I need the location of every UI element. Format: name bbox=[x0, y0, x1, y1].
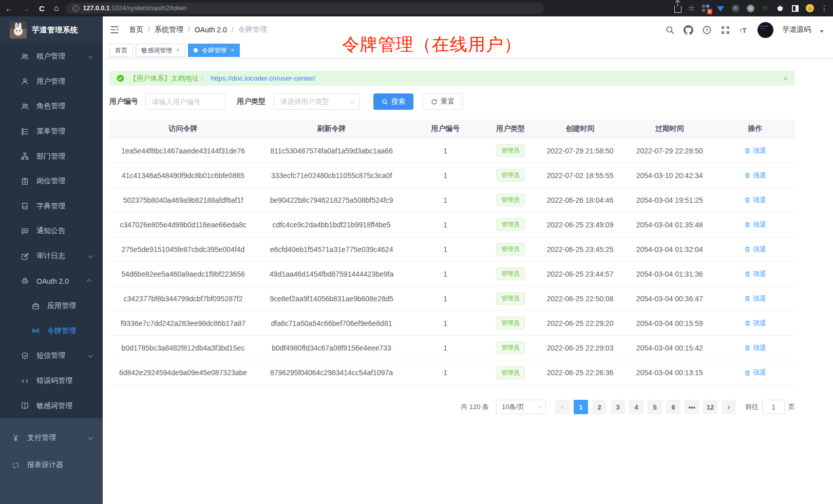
expire-time-cell: 2054-03-04 01:32:04 bbox=[623, 245, 715, 254]
alert-doc-link[interactable]: https://doc.iocoder.cn/user-center/ bbox=[211, 74, 315, 82]
tab-close-icon[interactable]: × bbox=[231, 47, 234, 54]
filter-bar: 用户编号 用户类型 请选择用户类型 搜索 重置 bbox=[109, 93, 795, 110]
sidebar-item-字典管理[interactable]: 字典管理 bbox=[0, 194, 103, 219]
tab-令牌管理[interactable]: 令牌管理× bbox=[188, 44, 240, 57]
next-page-button[interactable]: › bbox=[722, 400, 736, 414]
page-button-4[interactable]: 4 bbox=[629, 400, 643, 414]
sidebar-item-审计日志[interactable]: 审计日志 bbox=[0, 244, 103, 269]
back-icon[interactable]: ← bbox=[5, 4, 13, 13]
goto-page-input[interactable] bbox=[762, 400, 785, 414]
profile-avatar-icon[interactable]: ☺ bbox=[806, 4, 814, 12]
address-bar[interactable]: i 127.0.0.1:1024/system/oauth2/token bbox=[66, 3, 544, 14]
sidebar-item-支付管理[interactable]: 支付管理 bbox=[0, 424, 103, 452]
sidebar-item-敏感词管理[interactable]: 敏感词管理 bbox=[0, 393, 103, 418]
sidebar-item-令牌管理[interactable]: 令牌管理 bbox=[0, 319, 103, 344]
force-logout-button[interactable]: 强退 bbox=[744, 171, 766, 180]
breadcrumb-item[interactable]: 系统管理 bbox=[155, 25, 183, 34]
sidebar-item-应用管理[interactable]: 应用管理 bbox=[0, 294, 103, 319]
action-cell: 强退 bbox=[715, 294, 795, 303]
url-text[interactable]: 127.0.0.1:1024/system/oauth2/token bbox=[83, 5, 187, 12]
github-icon[interactable] bbox=[684, 25, 693, 35]
trash-icon bbox=[744, 147, 751, 154]
sidebar-item-错误码管理[interactable]: 错误码管理 bbox=[0, 369, 103, 394]
page-button-6[interactable]: 6 bbox=[666, 400, 680, 414]
forward-icon[interactable]: → bbox=[22, 4, 30, 13]
sidebar-item-label: 支付管理 bbox=[27, 433, 56, 442]
breadcrumb-item[interactable]: OAuth 2.0 bbox=[195, 26, 227, 34]
force-logout-button[interactable]: 强退 bbox=[744, 146, 766, 156]
created-time-cell: 2022-06-25 22:50:08 bbox=[537, 295, 624, 303]
app-logo-rabbit bbox=[10, 22, 27, 38]
sidebar-item-OAuth 2.0[interactable]: OAuth 2.0 bbox=[0, 268, 103, 294]
sidebar-item-菜单管理[interactable]: 菜单管理 bbox=[0, 119, 103, 144]
extension-puzzle-icon[interactable]: ⬟ bbox=[776, 4, 784, 12]
chevron-down-icon bbox=[88, 435, 93, 440]
force-logout-label: 强退 bbox=[753, 343, 766, 353]
user-type-select[interactable]: 请选择用户类型 bbox=[274, 93, 360, 110]
access-token-cell: f9336e7c7dd242a283ee98dc86b17a87 bbox=[109, 319, 257, 327]
user-avatar[interactable] bbox=[758, 22, 773, 38]
user-name[interactable]: 芋道源码 bbox=[782, 25, 811, 34]
prev-page-button[interactable]: ‹ bbox=[555, 400, 570, 414]
page-button-3[interactable]: 3 bbox=[611, 400, 625, 414]
sidebar-item-短信管理[interactable]: 短信管理 bbox=[0, 343, 103, 369]
sidebar-item-租户管理[interactable]: 租户管理 bbox=[0, 44, 103, 69]
alert-close-icon[interactable]: × bbox=[783, 74, 788, 83]
reset-button[interactable]: 重置 bbox=[423, 93, 463, 110]
breadcrumb-separator: / bbox=[232, 26, 234, 34]
sidebar-item-报表设计器[interactable]: 报表设计器 bbox=[0, 452, 103, 479]
page-size-select[interactable]: 10条/页 bbox=[496, 400, 546, 414]
extension-grid-icon[interactable]: 9 bbox=[702, 4, 710, 12]
reload-icon[interactable]: C bbox=[39, 4, 45, 13]
force-logout-button[interactable]: 强退 bbox=[744, 319, 766, 328]
page-button-5[interactable]: 5 bbox=[648, 400, 662, 414]
table-header-row: 访问令牌刷新令牌用户编号用户类型创建时间过期时间操作 bbox=[109, 120, 795, 139]
user-id-input[interactable] bbox=[145, 93, 225, 110]
tab-label: 令牌管理 bbox=[202, 46, 226, 55]
help-icon[interactable]: ? bbox=[702, 25, 712, 35]
force-logout-button[interactable]: 强退 bbox=[744, 196, 766, 205]
force-logout-button[interactable]: 强退 bbox=[744, 245, 766, 254]
force-logout-button[interactable]: 强退 bbox=[744, 269, 766, 279]
sidebar-item-部门管理[interactable]: 部门管理 bbox=[0, 144, 103, 169]
chevron-down-icon bbox=[88, 253, 93, 258]
extension-dark-circle-icon[interactable]: ⌘ bbox=[731, 4, 740, 12]
more-pages-button[interactable]: ••• bbox=[685, 400, 699, 414]
table-row: c347026e805e4d99b0d116eae66eda8ccdfc4ce9… bbox=[109, 212, 795, 237]
force-logout-button[interactable]: 强退 bbox=[744, 220, 766, 229]
share-icon[interactable] bbox=[674, 6, 681, 13]
sidebar-item-通知公告[interactable]: 通知公告 bbox=[0, 219, 103, 244]
tab-close-icon[interactable]: × bbox=[176, 47, 180, 54]
extension-record-icon[interactable] bbox=[746, 4, 754, 12]
home-icon[interactable]: ⌂ bbox=[54, 4, 59, 13]
sidebar-item-用户管理[interactable]: 用户管理 bbox=[0, 69, 103, 94]
page-button-1[interactable]: 1 bbox=[574, 400, 588, 414]
font-size-icon[interactable]: TT bbox=[739, 25, 749, 35]
page-button-2[interactable]: 2 bbox=[592, 400, 607, 414]
sidebar-item-岗位管理[interactable]: 岗位管理 bbox=[0, 169, 103, 194]
browser-chrome: ← → C ⌂ i 127.0.0.1:1024/system/oauth2/t… bbox=[0, 0, 833, 16]
fullscreen-icon[interactable] bbox=[721, 25, 730, 35]
search-button[interactable]: 搜索 bbox=[373, 93, 413, 110]
force-logout-button[interactable]: 强退 bbox=[744, 294, 766, 303]
tab-首页[interactable]: 首页 bbox=[109, 44, 133, 57]
site-info-icon[interactable]: i bbox=[72, 5, 79, 12]
bookmark-star-icon[interactable]: ☆ bbox=[688, 4, 695, 13]
force-logout-button[interactable]: 强退 bbox=[744, 368, 766, 377]
force-logout-button[interactable]: 强退 bbox=[744, 343, 766, 353]
page-button-12[interactable]: 12 bbox=[703, 400, 717, 414]
extension-gem-icon[interactable] bbox=[716, 4, 725, 12]
user-menu-caret-icon[interactable] bbox=[820, 30, 824, 33]
browser-menu-icon[interactable]: ⋮ bbox=[821, 4, 828, 12]
sidebar-menu: 租户管理用户管理角色管理菜单管理部门管理岗位管理字典管理通知公告审计日志OAut… bbox=[0, 44, 103, 418]
action-cell: 强退 bbox=[715, 146, 795, 156]
extension-green-star-icon[interactable]: ✩ bbox=[761, 4, 769, 12]
tab-敏感词管理[interactable]: 敏感词管理× bbox=[136, 44, 185, 57]
search-icon[interactable] bbox=[665, 25, 675, 35]
sidebar-collapse-icon[interactable] bbox=[109, 25, 120, 35]
app-logo-bar[interactable]: 芋道管理系统 bbox=[0, 16, 103, 44]
sidebar-item-角色管理[interactable]: 角色管理 bbox=[0, 94, 103, 119]
breadcrumb-item[interactable]: 首页 bbox=[129, 25, 143, 34]
sidebar-toggle-icon[interactable] bbox=[791, 4, 799, 12]
access-token-cell: 1ea5e44f8bc1467aaede43144f31de76 bbox=[109, 147, 257, 155]
